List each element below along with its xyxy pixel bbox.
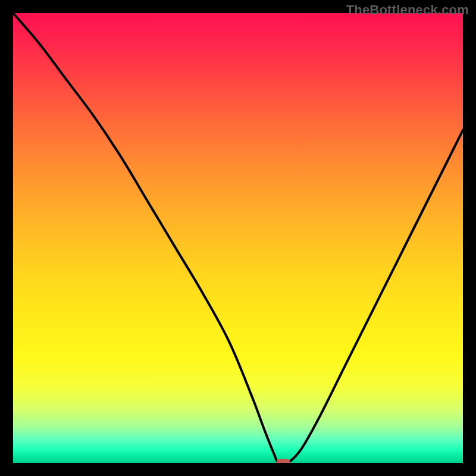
plot-area [13, 13, 463, 463]
optimal-marker-icon [276, 459, 290, 463]
chart-frame: TheBottleneck.com [0, 0, 476, 476]
watermark-text: TheBottleneck.com [346, 2, 469, 18]
bottleneck-curve [13, 13, 463, 463]
